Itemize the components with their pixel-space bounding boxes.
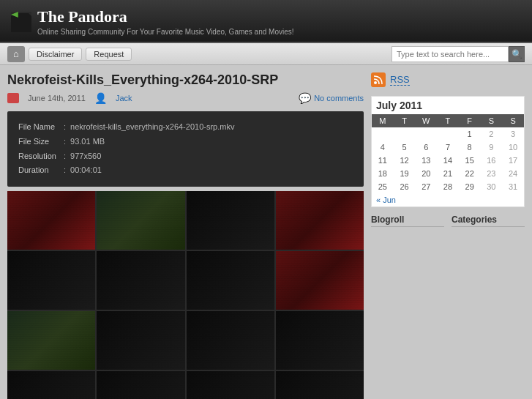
cal-day-26[interactable]: 26 bbox=[394, 180, 416, 193]
cal-day-24[interactable]: 24 bbox=[502, 167, 524, 180]
thumb-9[interactable] bbox=[7, 311, 95, 370]
rss-label[interactable]: RSS bbox=[390, 74, 410, 86]
cal-day-22[interactable]: 22 bbox=[459, 167, 481, 180]
cal-day-21[interactable]: 21 bbox=[437, 167, 459, 180]
cal-week-2: 4 5 6 7 8 9 10 bbox=[372, 141, 524, 154]
calendar-title: July 2011 bbox=[372, 97, 524, 114]
cal-day-23[interactable]: 23 bbox=[481, 167, 503, 180]
thumb-10[interactable] bbox=[97, 311, 184, 370]
cal-week-3: 11 12 13 14 15 16 17 bbox=[372, 154, 524, 167]
cal-day-12[interactable]: 12 bbox=[394, 154, 416, 167]
search-input[interactable] bbox=[391, 46, 509, 62]
prev-month-link[interactable]: « Jun bbox=[376, 195, 396, 204]
request-button[interactable]: Request bbox=[86, 48, 132, 61]
filesize-value: 93.01 MB bbox=[70, 135, 237, 149]
cal-day-7[interactable]: 7 bbox=[437, 141, 459, 154]
cal-day-20[interactable]: 20 bbox=[415, 167, 437, 180]
main-content: Nekrofeist-Kills_Everything-x264-2010-SR… bbox=[0, 65, 532, 399]
thumb-3[interactable] bbox=[187, 191, 274, 250]
sep4: : bbox=[59, 163, 70, 178]
cal-day-6[interactable]: 6 bbox=[415, 141, 437, 154]
navbar: ⌂ Disclaimer Request 🔍 bbox=[0, 43, 532, 65]
post-author[interactable]: Jack bbox=[116, 94, 132, 102]
svg-point-4 bbox=[374, 81, 377, 84]
cal-day-29[interactable]: 29 bbox=[459, 180, 481, 193]
thumb-6[interactable] bbox=[97, 251, 184, 310]
cal-week-5: 25 26 27 28 29 30 31 bbox=[372, 180, 524, 193]
cal-day-5[interactable]: 5 bbox=[394, 141, 416, 154]
cal-header-t1: T bbox=[394, 114, 416, 127]
thumb-5[interactable] bbox=[7, 251, 95, 310]
resolution-value: 977x560 bbox=[70, 149, 237, 164]
sep2: : bbox=[59, 135, 70, 149]
cal-header-t2: T bbox=[437, 114, 459, 127]
cal-day-28[interactable]: 28 bbox=[437, 180, 459, 193]
cal-day-11[interactable]: 11 bbox=[372, 154, 394, 167]
cal-header-s1: S bbox=[481, 114, 503, 127]
calendar-navigation: « Jun bbox=[372, 193, 524, 206]
bottom-sidebar: Blogroll Categories bbox=[371, 215, 525, 230]
logo-area: The Pandora Online Sharing Community For… bbox=[11, 7, 521, 36]
cal-header-w: W bbox=[415, 114, 437, 127]
cal-day-14[interactable]: 14 bbox=[437, 154, 459, 167]
logo-icon bbox=[11, 12, 31, 32]
thumb-12[interactable] bbox=[276, 311, 364, 370]
post-comments[interactable]: 💬 No comments bbox=[299, 92, 364, 104]
thumb-13[interactable] bbox=[7, 371, 95, 399]
calendar: July 2011 M T W T F S S bbox=[371, 96, 525, 207]
cal-day-16[interactable]: 16 bbox=[481, 154, 503, 167]
post-date: June 14th, 2011 bbox=[28, 94, 86, 102]
cal-day-30[interactable]: 30 bbox=[481, 180, 503, 193]
cal-week-1: 1 2 3 bbox=[372, 127, 524, 141]
cal-day-2[interactable]: 2 bbox=[481, 127, 503, 141]
svg-marker-1 bbox=[11, 13, 31, 32]
rss-icon bbox=[371, 72, 386, 87]
cal-day-31[interactable]: 31 bbox=[502, 180, 524, 193]
thumb-16[interactable] bbox=[276, 371, 364, 399]
cal-day-17[interactable]: 17 bbox=[502, 154, 524, 167]
site-title: The Pandora bbox=[37, 7, 294, 26]
thumb-14[interactable] bbox=[97, 371, 184, 399]
site-subtitle: Online Sharing Community For Your Favori… bbox=[37, 28, 294, 36]
cal-day-9[interactable]: 9 bbox=[481, 141, 503, 154]
filesize-label: File Size bbox=[18, 135, 59, 149]
cal-day-27[interactable]: 27 bbox=[415, 180, 437, 193]
thumb-1[interactable] bbox=[7, 191, 95, 250]
article-area: Nekrofeist-Kills_Everything-x264-2010-SR… bbox=[7, 72, 364, 399]
thumb-7[interactable] bbox=[187, 251, 274, 310]
search-area: 🔍 bbox=[391, 46, 525, 62]
thumb-8[interactable] bbox=[276, 251, 364, 310]
thumb-4[interactable] bbox=[276, 191, 364, 250]
home-button[interactable]: ⌂ bbox=[7, 46, 25, 62]
cal-day-18[interactable]: 18 bbox=[372, 167, 394, 180]
search-button[interactable]: 🔍 bbox=[509, 46, 525, 62]
cal-day-25[interactable]: 25 bbox=[372, 180, 394, 193]
cal-day-19[interactable]: 19 bbox=[394, 167, 416, 180]
date-icon bbox=[7, 93, 19, 103]
site-header: The Pandora Online Sharing Community For… bbox=[0, 0, 532, 43]
duration-label: Duration bbox=[18, 163, 59, 178]
cal-day-1[interactable]: 1 bbox=[459, 127, 481, 141]
thumbnail-grid bbox=[7, 191, 364, 399]
blogroll-section: Blogroll bbox=[371, 215, 444, 230]
cal-day-13[interactable]: 13 bbox=[415, 154, 437, 167]
cal-day-3[interactable]: 3 bbox=[502, 127, 524, 141]
thumb-15[interactable] bbox=[187, 371, 274, 399]
cal-day-15[interactable]: 15 bbox=[459, 154, 481, 167]
post-title: Nekrofeist-Kills_Everything-x264-2010-SR… bbox=[7, 72, 364, 88]
post-meta: June 14th, 2011 👤 Jack 💬 No comments bbox=[7, 92, 364, 104]
cal-day-8[interactable]: 8 bbox=[459, 141, 481, 154]
calendar-table: M T W T F S S 1 bbox=[372, 114, 524, 193]
sep1: : bbox=[59, 120, 70, 135]
blogroll-title: Blogroll bbox=[371, 215, 444, 227]
cal-header-f: F bbox=[459, 114, 481, 127]
sidebar: RSS July 2011 M T W T F S S bbox=[371, 72, 525, 399]
thumb-2[interactable] bbox=[97, 191, 184, 250]
cal-day-4[interactable]: 4 bbox=[372, 141, 394, 154]
filename-value: nekrofeist-kills_everything-x264-2010-sr… bbox=[70, 120, 237, 135]
categories-title: Categories bbox=[452, 215, 525, 227]
thumb-11[interactable] bbox=[187, 311, 274, 370]
disclaimer-button[interactable]: Disclaimer bbox=[29, 48, 82, 61]
filename-label: File Name bbox=[18, 120, 59, 135]
cal-day-10[interactable]: 10 bbox=[502, 141, 524, 154]
